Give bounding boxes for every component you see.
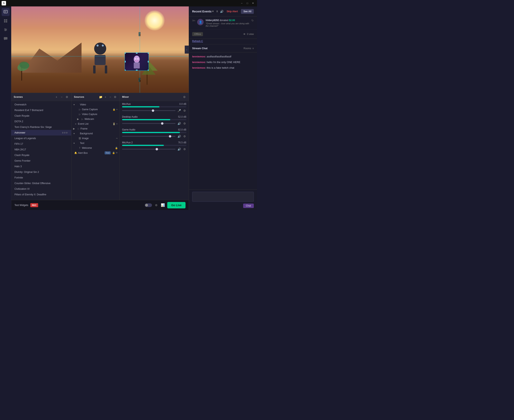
dark-mode-toggle[interactable] xyxy=(145,203,152,207)
sidebar-item-dashboard[interactable] xyxy=(2,17,10,25)
source-item[interactable]: ▶ ▷ Webcam xyxy=(71,117,120,121)
mixer-volume-slider[interactable] xyxy=(122,149,175,150)
handle-tr xyxy=(148,52,149,54)
source-item[interactable]: 🔔 Alert Box Test 🔒 👁 xyxy=(71,150,120,155)
refresh-icon[interactable]: ↻ xyxy=(251,19,254,22)
mixer-track-db: 82.0 dB xyxy=(178,128,186,131)
source-item-label: Event List xyxy=(78,122,112,125)
mixer-track-db: 52.0 dB xyxy=(178,115,186,118)
settings-button[interactable]: ⚙ xyxy=(154,203,159,207)
scene-item[interactable]: Fortnite xyxy=(11,175,71,180)
source-item-label: Frame xyxy=(81,127,117,130)
source-item[interactable]: ▼ Video xyxy=(71,102,120,107)
source-type-icon: ▷ xyxy=(78,108,81,111)
chat-rooms[interactable]: Rooms ≡ xyxy=(243,47,254,50)
scene-item[interactable]: FIFA 17 xyxy=(11,141,71,147)
mixer-track-settings-button[interactable]: ⚙ xyxy=(183,134,186,138)
scene-item[interactable]: Astroneer ⊪⊪⊪ xyxy=(11,130,71,135)
mixer-slider-thumb[interactable] xyxy=(169,135,171,137)
scene-item[interactable]: NBA 2K17 xyxy=(11,147,71,152)
see-all-button[interactable]: See All xyxy=(241,9,254,14)
mixer-volume-slider[interactable] xyxy=(122,110,175,111)
go-live-button[interactable]: Go Live xyxy=(167,202,186,208)
source-item-actions: 🔒 xyxy=(115,147,118,149)
scene-item[interactable]: Divinity: Original Sin 2 xyxy=(11,169,71,175)
maximize-button[interactable]: □ xyxy=(245,1,250,6)
scene-item[interactable]: Clash Royale xyxy=(11,113,71,119)
mixer-mute-button[interactable]: 🎤 xyxy=(177,109,181,113)
mixer-mute-button[interactable]: 🔊 xyxy=(177,147,181,151)
scene-item[interactable]: Counter-Strike: Global Offensive xyxy=(11,180,71,186)
scene-item[interactable]: League of Legends xyxy=(11,135,71,141)
mixer-slider-thumb[interactable] xyxy=(152,109,154,112)
chat-messages: lenniemoo: asdfasdfasdfasdfasdflenniemoo… xyxy=(189,52,257,189)
scene-item[interactable]: Halo 3 xyxy=(11,164,71,169)
svg-point-12 xyxy=(135,58,136,60)
mixer-track-settings-button[interactable]: ⚙ xyxy=(183,109,186,113)
sources-panel: Sources 📁 + − ⚙ ▼ Video ▷ Game Capture 🔒… xyxy=(71,93,120,200)
app-body: 315 216 xyxy=(0,7,257,210)
sources-settings-button[interactable]: ⚙ xyxy=(113,95,117,99)
scene-item[interactable]: Pillars of Eternity II: Deadfire xyxy=(11,192,71,197)
scenes-add-button[interactable]: + xyxy=(54,95,58,99)
mixer-panel: Mixer ⚙ Mic/Aux 0.0 dB 🎤 ⚙ Desktop Audio… xyxy=(120,93,189,200)
webcam-overlay[interactable] xyxy=(125,52,149,71)
view-icon: 👁 xyxy=(243,33,246,36)
scenes-remove-button[interactable]: − xyxy=(60,95,64,99)
mixer-track-settings-button[interactable]: ⚙ xyxy=(183,121,186,126)
source-item[interactable]: T Welcome 🔒 xyxy=(71,146,120,150)
mixer-track-settings-button[interactable]: ⚙ xyxy=(183,147,186,151)
refresh-c-button[interactable]: Refresh C xyxy=(192,40,203,43)
preview-expand-arrow[interactable]: › xyxy=(185,45,189,54)
mute-icon[interactable]: 🔊 xyxy=(220,10,223,13)
mixer-volume-slider[interactable] xyxy=(122,136,175,137)
scene-item[interactable]: Overwatch xyxy=(11,102,71,107)
scene-item[interactable]: Tom Clancy's Rainbow Six: Siege xyxy=(11,124,71,130)
scene-item[interactable]: Resident Evil 7 Biohazard xyxy=(11,107,71,113)
chat-message: lenniemoo: this is a fake twitch chat xyxy=(192,66,254,70)
event-amount: $2.00 xyxy=(229,19,235,22)
sidebar-item-mixer[interactable] xyxy=(2,26,10,34)
scene-item[interactable]: Civilization VI xyxy=(11,186,71,192)
svg-rect-4 xyxy=(6,19,7,21)
rec-button[interactable]: REC xyxy=(30,203,38,207)
mixer-mute-button[interactable]: 🔊 xyxy=(177,134,181,138)
sources-add-button[interactable]: + xyxy=(103,95,107,99)
mixer-settings-button[interactable]: ⚙ xyxy=(182,95,186,99)
mixer-controls: ⚙ xyxy=(182,95,186,99)
scene-item[interactable]: DOTA 2 xyxy=(11,119,71,124)
chat-submit-button[interactable]: Chat xyxy=(243,203,254,208)
filter-icon[interactable]: ▼ xyxy=(212,10,214,13)
close-button[interactable]: ✕ xyxy=(250,1,255,6)
sources-new-folder-button[interactable]: 📁 xyxy=(98,95,103,99)
source-item[interactable]: 🖼 Image ✏ xyxy=(71,136,120,141)
source-item[interactable]: ▼ Text xyxy=(71,141,120,146)
bottom-bar-right: ⚙ 📊 Go Live xyxy=(145,202,186,208)
offline-badge: Offline xyxy=(192,32,203,36)
source-item[interactable]: ▼ Background xyxy=(71,131,120,136)
test-widgets-label: Test Widgets xyxy=(15,204,28,207)
stats-icon[interactable]: 📊 xyxy=(161,203,165,207)
sources-remove-button[interactable]: − xyxy=(108,95,112,99)
mixer-track-fill xyxy=(122,106,159,107)
mixer-mute-button[interactable]: 🔊 xyxy=(177,121,181,126)
scenes-settings-button[interactable]: ⚙ xyxy=(65,95,69,99)
source-item[interactable]: ▷ Game Capture 🔒 ✏ xyxy=(71,107,120,112)
skip-alert-button[interactable]: Skip Alert xyxy=(225,9,240,14)
rooms-label: Rooms xyxy=(243,47,251,50)
scene-item-label: Clash Royale xyxy=(15,114,29,117)
sidebar-item-chat[interactable] xyxy=(2,35,10,43)
source-item[interactable]: ▷ Video Capture xyxy=(71,112,120,117)
mixer-volume-slider[interactable] xyxy=(122,123,175,124)
scene-item[interactable]: Clash Royale xyxy=(11,152,71,158)
minimize-button[interactable]: – xyxy=(239,1,244,6)
svg-rect-6 xyxy=(6,21,7,22)
sidebar-item-studio[interactable] xyxy=(2,8,10,16)
mixer-slider-thumb[interactable] xyxy=(156,148,158,150)
chat-input[interactable] xyxy=(192,192,254,202)
scene-item[interactable]: Gems Frontier xyxy=(11,158,71,164)
source-item[interactable]: ▶ □ Frame xyxy=(71,126,120,131)
pause-icon[interactable]: ⏸ xyxy=(216,10,219,13)
source-item[interactable]: ≡ Event List ⏳ ✏ xyxy=(71,121,120,126)
mixer-slider-thumb[interactable] xyxy=(161,122,163,125)
